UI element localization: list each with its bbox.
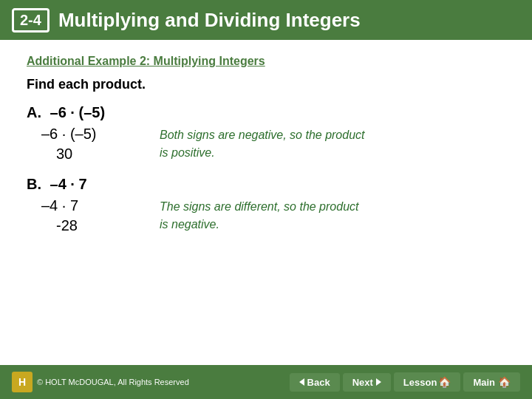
problem-b-block: B. –4 · 7 –4 · 7 -28 The signs are diffe… — [27, 176, 505, 234]
next-arrow-icon — [376, 378, 381, 386]
problem-b-explanation: The signs are different, so the product … — [160, 198, 366, 233]
problem-b-steps: –4 · 7 -28 — [41, 197, 130, 234]
header: 2-4 Multiplying and Dividing Integers — [0, 0, 532, 40]
page: 2-4 Multiplying and Dividing Integers Ad… — [0, 0, 532, 399]
problem-b-detail: –4 · 7 -28 The signs are different, so t… — [41, 197, 505, 234]
holt-icon: H — [12, 372, 33, 392]
problem-a-result: 30 — [56, 146, 130, 163]
problem-b-label: B. –4 · 7 — [27, 176, 505, 193]
header-title: Multiplying and Dividing Integers — [58, 9, 361, 32]
back-button[interactable]: Back — [290, 373, 340, 392]
footer-left: H © HOLT McDOUGAL, All Rights Reserved — [12, 372, 189, 392]
back-arrow-icon — [299, 378, 304, 386]
footer-nav: Back Next Lesson 🏠 Main 🏠 — [290, 372, 520, 392]
next-button[interactable]: Next — [343, 373, 391, 392]
main-content: Additional Example 2: Multiplying Intege… — [0, 40, 532, 365]
problem-a-detail: –6 · (–5) 30 Both signs are negative, so… — [41, 126, 505, 163]
section-heading: Find each product. — [27, 77, 505, 92]
footer: H © HOLT McDOUGAL, All Rights Reserved B… — [0, 365, 532, 399]
lesson-badge: 2-4 — [12, 8, 50, 33]
problem-b-result: -28 — [56, 217, 130, 234]
main-home-icon: 🏠 — [498, 376, 511, 388]
problem-a-steps: –6 · (–5) 30 — [41, 126, 130, 163]
holt-copyright: © HOLT McDOUGAL, All Rights Reserved — [37, 378, 189, 386]
holt-logo: H © HOLT McDOUGAL, All Rights Reserved — [12, 372, 189, 392]
problem-a-block: A. –6 · (–5) –6 · (–5) 30 Both signs are… — [27, 104, 505, 163]
subtitle: Additional Example 2: Multiplying Intege… — [27, 55, 505, 68]
problem-a-expr: –6 · (–5) — [41, 126, 130, 143]
problem-a-explanation: Both signs are negative, so the product … — [160, 126, 366, 162]
main-button[interactable]: Main 🏠 — [463, 372, 520, 392]
problem-b-expr: –4 · 7 — [41, 197, 130, 214]
problem-a-label: A. –6 · (–5) — [27, 104, 505, 121]
lesson-button[interactable]: Lesson 🏠 — [394, 372, 461, 392]
lesson-home-icon: 🏠 — [438, 376, 451, 388]
